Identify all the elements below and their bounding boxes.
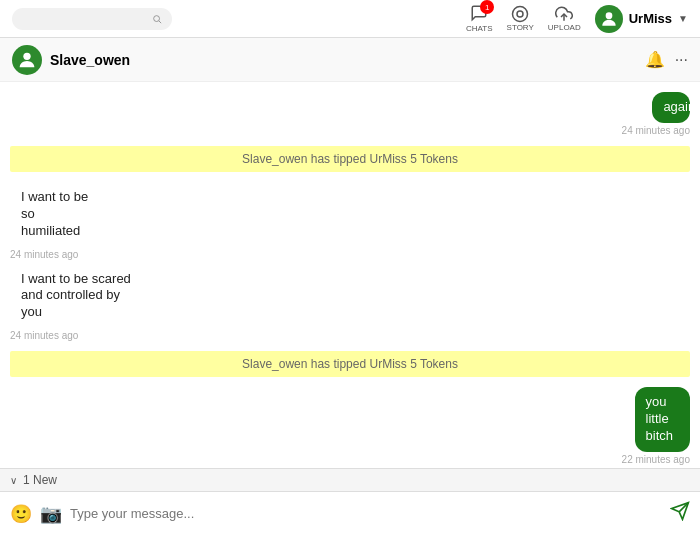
message-wrapper: I want to be scared and controlled by yo… <box>10 264 269 342</box>
message-wrapper: I want to be so humiliated 24 minutes ag… <box>10 182 179 260</box>
message-row: I want to be scared and controlled by yo… <box>10 264 690 342</box>
message-timestamp: 24 minutes ago <box>10 249 78 260</box>
top-navigation: 1 CHATS STORY UPLOAD UrMiss ▼ <box>0 0 700 38</box>
messages-area: again... 24 minutes ago Slave_owen has t… <box>0 82 700 468</box>
user-menu[interactable]: UrMiss ▼ <box>595 5 688 33</box>
message-row: I want to be so humiliated 24 minutes ag… <box>10 182 690 260</box>
avatar-icon <box>599 9 619 29</box>
message-input[interactable] <box>70 506 662 521</box>
user-avatar <box>595 5 623 33</box>
new-indicator-label: 1 New <box>23 473 57 487</box>
svg-line-1 <box>159 20 161 22</box>
svg-point-5 <box>605 12 612 19</box>
message-wrapper: again... 24 minutes ago <box>622 92 690 136</box>
story-label: STORY <box>507 23 534 32</box>
search-input[interactable] <box>22 12 152 26</box>
svg-point-3 <box>517 11 523 17</box>
nav-icons: 1 CHATS STORY UPLOAD UrMiss ▼ <box>466 4 688 33</box>
story-nav-item[interactable]: STORY <box>507 5 534 32</box>
message-timestamp: 24 minutes ago <box>10 330 78 341</box>
svg-point-2 <box>513 7 528 22</box>
upload-nav-item[interactable]: UPLOAD <box>548 5 581 32</box>
message-timestamp: 22 minutes ago <box>622 454 690 465</box>
chevron-down-icon: ▼ <box>678 13 688 24</box>
nav-left <box>12 8 172 30</box>
message-bubble: you little bitch <box>635 387 690 452</box>
chat-header-right: 🔔 ··· <box>645 50 688 69</box>
send-button[interactable] <box>670 501 690 526</box>
send-icon <box>670 501 690 521</box>
message-row: you little bitch 22 minutes ago <box>10 387 690 465</box>
chat-avatar <box>12 45 42 75</box>
message-input-area: 🙂 📷 <box>0 491 700 535</box>
chevron-down-icon: ∨ <box>10 475 17 486</box>
chats-nav-item[interactable]: 1 CHATS <box>466 4 493 33</box>
message-wrapper: you little bitch 22 minutes ago <box>589 387 690 465</box>
chats-badge: 1 <box>480 0 494 14</box>
upload-icon <box>555 5 573 23</box>
upload-label: UPLOAD <box>548 23 581 32</box>
search-bar[interactable] <box>12 8 172 30</box>
message-timestamp: 24 minutes ago <box>622 125 690 136</box>
more-options-icon[interactable]: ··· <box>675 51 688 69</box>
username-display: UrMiss <box>629 11 672 26</box>
notification-icon[interactable]: 🔔 <box>645 50 665 69</box>
message-row: again... 24 minutes ago <box>10 92 690 136</box>
attachment-icon[interactable]: 📷 <box>40 503 62 525</box>
svg-point-0 <box>154 15 160 21</box>
story-icon <box>511 5 529 23</box>
search-icon <box>152 14 162 24</box>
chat-header: Slave_owen 🔔 ··· <box>0 38 700 82</box>
chat-avatar-icon <box>16 49 38 71</box>
chat-header-left: Slave_owen <box>12 45 130 75</box>
chat-username: Slave_owen <box>50 52 130 68</box>
message-bubble: again... <box>652 92 690 123</box>
message-bubble: I want to be scared and controlled by yo… <box>10 264 152 329</box>
chats-label: CHATS <box>466 24 493 33</box>
new-message-indicator[interactable]: ∨ 1 New <box>0 468 700 491</box>
tip-banner: Slave_owen has tipped UrMiss 5 Tokens <box>10 351 690 377</box>
message-bubble: I want to be so humiliated <box>10 182 103 247</box>
tip-banner: Slave_owen has tipped UrMiss 5 Tokens <box>10 146 690 172</box>
svg-point-6 <box>23 52 30 59</box>
emoji-icon[interactable]: 🙂 <box>10 503 32 525</box>
